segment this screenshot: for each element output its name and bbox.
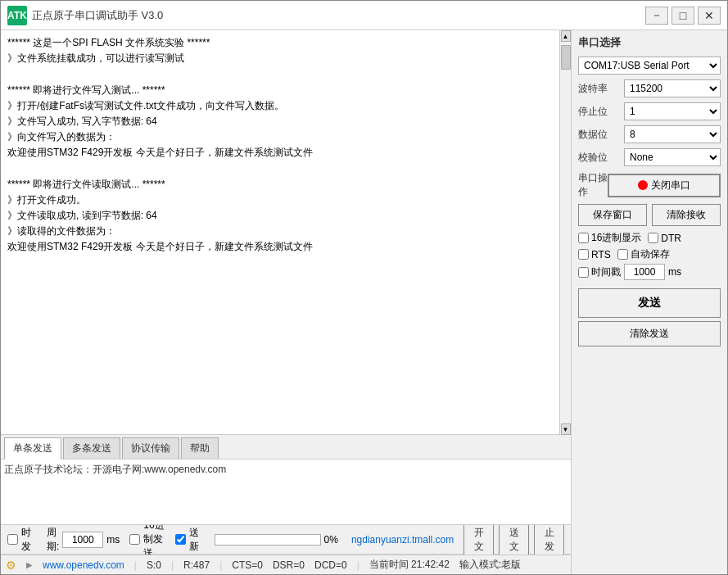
hex-display-item: 16进制显示 xyxy=(578,231,641,245)
timer-send-checkbox[interactable] xyxy=(7,534,18,545)
port-op-row: 串口操作 关闭串口 xyxy=(578,171,721,199)
gear-icon[interactable]: ⚙ xyxy=(6,559,16,572)
output-scrollbar[interactable]: ▲ ▼ xyxy=(559,30,571,435)
close-port-button[interactable]: 关闭串口 xyxy=(608,174,721,197)
hex-display-checkbox[interactable] xyxy=(578,233,589,243)
port-op-label: 串口操作 xyxy=(578,171,608,199)
timestamp-checkbox[interactable] xyxy=(578,267,589,278)
window-title: 正点原子串口调试助手 V3.0 xyxy=(32,8,163,23)
send-input[interactable] xyxy=(4,463,567,521)
tab-帮助[interactable]: 帮助 xyxy=(181,437,219,459)
time-interval-input[interactable] xyxy=(624,264,665,280)
timestamp-label: 时间戳 xyxy=(591,265,621,279)
status-dsr: DSR=0 xyxy=(273,559,305,571)
send-button[interactable]: 发送 xyxy=(578,288,721,318)
maximize-button[interactable]: □ xyxy=(671,7,694,25)
ms-label: ms xyxy=(106,534,120,546)
scroll-up-arrow[interactable]: ▲ xyxy=(561,30,571,42)
port-select[interactable]: COM17:USB Serial Port xyxy=(578,57,721,75)
status-arrow: ▶ xyxy=(26,560,33,569)
hex-display-line: 16进制显示 DTR xyxy=(578,231,721,245)
clear-send-button[interactable]: 清除发送 xyxy=(578,321,721,346)
minimize-button[interactable]: － xyxy=(645,7,668,25)
tab-协议传输[interactable]: 协议传输 xyxy=(122,437,179,459)
status-time: 当前时间 21:42:42 xyxy=(369,558,450,572)
status-r: R:487 xyxy=(183,559,210,571)
rts-item: RTS xyxy=(578,249,611,260)
app-icon: ATK xyxy=(7,6,27,25)
dtr-item: DTR xyxy=(648,233,681,244)
port-select-row: COM17:USB Serial Port xyxy=(578,57,721,75)
title-controls: － □ ✕ xyxy=(645,7,721,25)
baud-label: 波特率 xyxy=(578,82,608,96)
status-dcd: DCD=0 xyxy=(314,559,347,571)
close-button[interactable]: ✕ xyxy=(698,7,721,25)
data-select[interactable]: 8 7 6 5 xyxy=(624,125,721,143)
parity-label: 校验位 xyxy=(578,151,608,165)
rts-line: RTS 自动保存 xyxy=(578,247,721,261)
data-row: 数据位 8 7 6 5 xyxy=(578,125,721,143)
status-cts: CTS=0 xyxy=(232,559,263,571)
status-s: S:0 xyxy=(147,559,161,571)
input-area xyxy=(1,460,571,525)
tab-多条发送[interactable]: 多条发送 xyxy=(63,437,120,459)
dtr-label: DTR xyxy=(661,233,681,244)
progress-bar xyxy=(215,534,321,546)
close-port-label: 关闭串口 xyxy=(651,179,690,192)
main-content: ****** 这是一个SPI FLASH 文件系统实验 ******》文件系统挂… xyxy=(1,30,727,574)
timestamp-row: 时间戳 ms xyxy=(578,264,721,280)
right-panel: 串口选择 COM17:USB Serial Port 波特率 115200 96… xyxy=(572,30,727,574)
data-label: 数据位 xyxy=(578,128,608,142)
title-bar-left: ATK 正点原子串口调试助手 V3.0 xyxy=(7,6,163,25)
send-area: 发送 清除发送 xyxy=(578,288,721,346)
stop-row: 停止位 1 1.5 2 xyxy=(578,102,721,120)
dtr-checkbox[interactable] xyxy=(648,233,658,243)
new-line-checkbox[interactable] xyxy=(175,534,186,545)
save-window-button[interactable]: 保存窗口 xyxy=(578,204,647,226)
auto-save-checkbox[interactable] xyxy=(617,249,628,260)
baud-row: 波特率 115200 9600 19200 38400 57600 xyxy=(578,79,721,97)
output-area: ****** 这是一个SPI FLASH 文件系统实验 ******》文件系统挂… xyxy=(1,30,559,435)
time-ms-label: ms xyxy=(668,266,681,278)
tabs-bar: 单条发送多条发送协议传输帮助 xyxy=(1,435,571,460)
red-dot-icon xyxy=(638,180,648,190)
checkbox-grid: 16进制显示 DTR RTS 自动保存 xyxy=(578,231,721,280)
tab-单条发送[interactable]: 单条发送 xyxy=(4,437,61,460)
parity-select[interactable]: None Odd Even xyxy=(624,148,721,166)
status-bar: ⚙ ▶ www.openedv.com | S:0 | R:487 | CTS=… xyxy=(1,555,571,574)
rts-checkbox[interactable] xyxy=(578,249,589,260)
rts-label: RTS xyxy=(591,249,611,260)
bottom-controls: 定时发送 周期: ms 16进制发送 发送新行 xyxy=(1,525,571,555)
output-wrapper: ****** 这是一个SPI FLASH 文件系统实验 ******》文件系统挂… xyxy=(1,30,571,435)
hex-send-checkbox[interactable] xyxy=(129,534,140,545)
bottom-website: ngdianyuanzi.tmall.com xyxy=(351,534,454,546)
stop-label: 停止位 xyxy=(578,105,608,119)
status-mode: 输入模式:老版 xyxy=(459,558,521,572)
period-label: 周期: xyxy=(47,526,59,554)
title-bar: ATK 正点原子串口调试助手 V3.0 － □ ✕ xyxy=(1,1,727,30)
save-clear-row: 保存窗口 清除接收 xyxy=(578,204,721,226)
clear-recv-button[interactable]: 清除接收 xyxy=(652,204,721,226)
auto-save-label: 自动保存 xyxy=(631,247,670,261)
progress-container: 0% xyxy=(215,534,338,546)
parity-row: 校验位 None Odd Even xyxy=(578,148,721,166)
hex-display-label: 16进制显示 xyxy=(591,231,641,245)
scroll-thumb[interactable] xyxy=(561,45,571,70)
baud-select[interactable]: 115200 9600 19200 38400 57600 xyxy=(624,79,721,97)
stop-select[interactable]: 1 1.5 2 xyxy=(624,102,721,120)
main-window: ATK 正点原子串口调试助手 V3.0 － □ ✕ ****** 这是一个SPI… xyxy=(0,0,728,575)
section-title: 串口选择 xyxy=(578,35,721,50)
status-website[interactable]: www.openedv.com xyxy=(43,559,124,571)
auto-save-item: 自动保存 xyxy=(617,247,670,261)
timestamp-item: 时间戳 xyxy=(578,265,621,279)
period-input[interactable] xyxy=(62,532,103,548)
left-panel: ****** 这是一个SPI FLASH 文件系统实验 ******》文件系统挂… xyxy=(1,30,572,574)
progress-pct: 0% xyxy=(324,534,338,546)
scroll-down-arrow[interactable]: ▼ xyxy=(561,423,571,435)
period-row: 周期: ms xyxy=(47,526,120,554)
